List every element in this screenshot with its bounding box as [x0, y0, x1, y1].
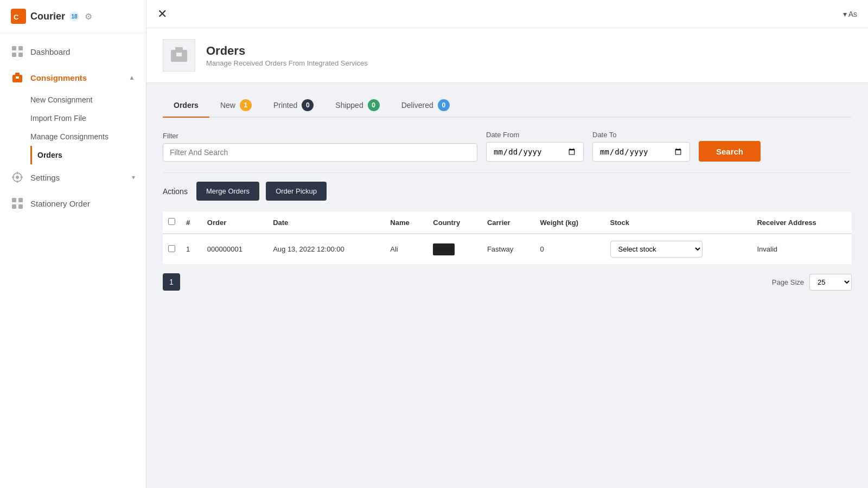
settings-chevron-icon: ▾	[132, 174, 135, 181]
tab-printed[interactable]: Printed 0	[263, 94, 324, 118]
tabs-bar: Orders New 1 Printed 0 Shipped 0 Deliver…	[163, 94, 852, 118]
pagination-row: 1 Page Size 10 25 50 100	[163, 265, 852, 293]
page-size-label: Page Size	[772, 278, 804, 286]
merge-orders-button[interactable]: Merge Orders	[196, 182, 259, 201]
th-checkbox	[163, 211, 181, 234]
stationery-icon	[11, 197, 24, 210]
svg-rect-2	[12, 46, 16, 50]
date-to-input[interactable]	[592, 142, 690, 162]
date-from-input[interactable]	[486, 142, 584, 162]
th-stock: Stock	[605, 211, 752, 234]
sidebar-item-settings[interactable]: Settings ▾	[0, 164, 146, 190]
select-all-checkbox[interactable]	[168, 218, 175, 225]
tab-shipped[interactable]: Shipped 0	[324, 94, 390, 118]
sidebar-nav: Dashboard Consignments ▲ New Consignment…	[0, 33, 146, 488]
row-weight: 0	[534, 234, 604, 265]
filter-row: Filter Date From Date To Search	[163, 131, 852, 162]
country-flag	[433, 243, 455, 255]
tab-printed-label: Printed	[273, 101, 297, 110]
logo-icon: C	[11, 9, 26, 24]
svg-rect-17	[12, 204, 16, 209]
dashboard-label: Dashboard	[30, 47, 135, 56]
sidebar-item-stationery[interactable]: Stationery Order	[0, 190, 146, 216]
page-size-select[interactable]: 10 25 50 100	[809, 274, 852, 291]
orders-table-wrap: # Order Date Name Country Carrier Weight…	[163, 211, 852, 265]
logo-text: Courier	[30, 11, 65, 22]
pagination-pages: 1	[163, 273, 180, 291]
page-title: Orders	[206, 44, 368, 58]
filter-group-search: Filter	[163, 132, 477, 162]
tab-shipped-label: Shipped	[335, 101, 363, 110]
order-pickup-button[interactable]: Order Pickup	[266, 182, 327, 201]
sidebar-item-orders[interactable]: Orders	[30, 146, 146, 164]
row-receiver: Invalid	[751, 234, 852, 265]
th-receiver: Receiver Address	[751, 211, 852, 234]
page-btn-1[interactable]: 1	[163, 273, 180, 291]
th-name: Name	[385, 211, 427, 234]
tab-delivered[interactable]: Delivered 0	[391, 94, 461, 118]
main-content: ✕ ▾ As Orders Manage Received Orders Fro…	[146, 0, 868, 488]
svg-rect-21	[176, 53, 182, 56]
svg-rect-18	[18, 204, 23, 209]
row-date: Aug 13, 2022 12:00:00	[267, 234, 385, 265]
page-subtitle: Manage Received Orders From Integrated S…	[206, 59, 368, 67]
logo-area: C Courier 18 ⚙	[0, 0, 146, 33]
content-area: Orders New 1 Printed 0 Shipped 0 Deliver…	[146, 83, 868, 488]
svg-rect-7	[15, 73, 20, 76]
filter-search-input[interactable]	[163, 143, 477, 162]
close-button[interactable]: ✕	[157, 7, 167, 21]
date-from-label: Date From	[486, 131, 584, 139]
th-country: Country	[427, 211, 482, 234]
stationery-label: Stationery Order	[30, 199, 135, 208]
page-header: Orders Manage Received Orders From Integ…	[146, 28, 868, 83]
table-header-row: # Order Date Name Country Carrier Weight…	[163, 211, 852, 234]
settings-gear-icon: ⚙	[85, 11, 92, 22]
consignments-label: Consignments	[30, 73, 122, 82]
consignments-icon	[11, 71, 24, 84]
filter-label: Filter	[163, 132, 477, 140]
tab-new[interactable]: New 1	[209, 94, 263, 118]
topbar-left: ✕	[157, 7, 167, 21]
tab-orders-label: Orders	[174, 101, 199, 110]
search-button[interactable]: Search	[699, 141, 761, 162]
th-order: Order	[202, 211, 267, 234]
row-country	[427, 234, 482, 265]
row-checkbox[interactable]	[168, 245, 175, 252]
row-stock: Select stock	[605, 234, 752, 265]
consignments-sub-nav: New Consignment Import From File Manage …	[0, 91, 146, 164]
tab-delivered-badge: 0	[438, 99, 450, 111]
svg-rect-8	[16, 76, 19, 79]
sidebar-item-consignments[interactable]: Consignments ▲	[0, 65, 146, 91]
stock-select[interactable]: Select stock	[610, 241, 703, 258]
page-header-text: Orders Manage Received Orders From Integ…	[206, 44, 368, 67]
sidebar-item-import-from-file[interactable]: Import From File	[30, 109, 146, 127]
sidebar: C Courier 18 ⚙ Dashboard Consignments ▲ …	[0, 0, 146, 488]
svg-rect-4	[12, 53, 16, 57]
sidebar-item-new-consignment[interactable]: New Consignment	[30, 91, 146, 109]
dashboard-icon	[11, 45, 24, 58]
svg-rect-5	[18, 53, 23, 57]
page-size-wrap: Page Size 10 25 50 100	[772, 274, 852, 291]
tab-printed-badge: 0	[302, 99, 314, 111]
logo-badge: 18	[69, 11, 79, 21]
tab-shipped-badge: 0	[368, 99, 380, 111]
filter-group-date-to: Date To	[592, 131, 690, 162]
th-num: #	[181, 211, 202, 234]
date-to-label: Date To	[592, 131, 690, 139]
sidebar-item-dashboard[interactable]: Dashboard	[0, 38, 146, 65]
svg-rect-16	[18, 198, 23, 202]
svg-point-10	[16, 176, 19, 179]
svg-rect-3	[18, 46, 23, 50]
row-num: 1	[181, 234, 202, 265]
table-body: 1 000000001 Aug 13, 2022 12:00:00 Ali Fa…	[163, 234, 852, 265]
row-order: 000000001	[202, 234, 267, 265]
row-carrier: Fastway	[482, 234, 535, 265]
row-name: Ali	[385, 234, 427, 265]
page-header-icon	[163, 39, 195, 72]
user-menu[interactable]: ▾ As	[843, 10, 857, 18]
sidebar-item-manage-consignments[interactable]: Manage Consignments	[30, 127, 146, 146]
table-row: 1 000000001 Aug 13, 2022 12:00:00 Ali Fa…	[163, 234, 852, 265]
settings-icon	[11, 171, 24, 184]
tab-orders[interactable]: Orders	[163, 94, 209, 118]
divider	[163, 172, 852, 173]
